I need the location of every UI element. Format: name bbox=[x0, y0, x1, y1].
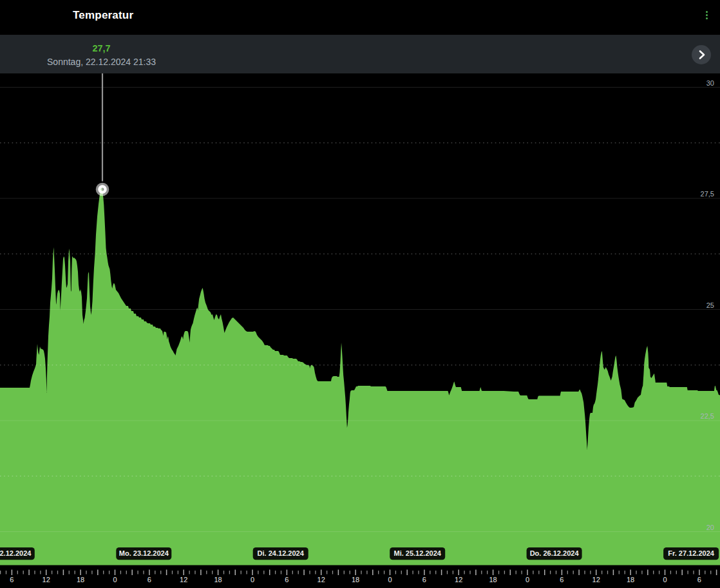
svg-text:Fr. 27.12.2024: Fr. 27.12.2024 bbox=[668, 549, 714, 557]
svg-text:0: 0 bbox=[388, 576, 392, 583]
svg-text:18: 18 bbox=[352, 576, 359, 583]
svg-text:Mo. 23.12.2024: Mo. 23.12.2024 bbox=[119, 549, 169, 557]
svg-text:12: 12 bbox=[180, 576, 187, 583]
svg-text:12: 12 bbox=[592, 576, 600, 583]
svg-text:So. 22.12.2024: So. 22.12.2024 bbox=[0, 549, 32, 557]
svg-text:0: 0 bbox=[663, 576, 667, 583]
svg-text:0: 0 bbox=[113, 576, 117, 583]
svg-text:0: 0 bbox=[251, 576, 254, 583]
svg-text:Do. 26.12.2024: Do. 26.12.2024 bbox=[530, 549, 580, 557]
svg-text:6: 6 bbox=[422, 576, 426, 583]
svg-text:30: 30 bbox=[706, 79, 714, 87]
svg-text:25: 25 bbox=[706, 301, 714, 309]
svg-text:6: 6 bbox=[10, 576, 14, 583]
svg-text:12: 12 bbox=[317, 576, 325, 583]
svg-text:Mi. 25.12.2024: Mi. 25.12.2024 bbox=[394, 549, 442, 557]
svg-text:18: 18 bbox=[77, 576, 84, 583]
svg-text:20: 20 bbox=[706, 524, 714, 531]
svg-text:6: 6 bbox=[697, 576, 701, 583]
svg-text:18: 18 bbox=[489, 576, 497, 583]
svg-text:18: 18 bbox=[214, 576, 222, 583]
svg-text:6: 6 bbox=[560, 576, 564, 583]
svg-text:0: 0 bbox=[526, 576, 529, 583]
svg-text:12: 12 bbox=[43, 576, 50, 583]
svg-text:6: 6 bbox=[285, 576, 289, 583]
svg-text:18: 18 bbox=[627, 576, 634, 583]
svg-text:27,5: 27,5 bbox=[701, 190, 714, 198]
svg-text:Di. 24.12.2024: Di. 24.12.2024 bbox=[258, 549, 305, 557]
svg-text:6: 6 bbox=[147, 576, 151, 583]
svg-text:12: 12 bbox=[455, 576, 462, 583]
svg-text:22,5: 22,5 bbox=[701, 412, 714, 420]
